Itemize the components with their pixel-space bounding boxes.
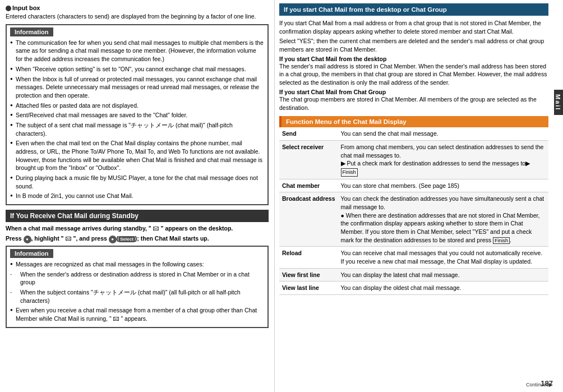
table-row: ReloadYou can receive chat mail messages… (279, 247, 548, 268)
table-row: Broadcast addressYou can check the desti… (279, 192, 548, 247)
right-para3: The sender's mail address is stored in C… (279, 62, 548, 87)
info-bullet-2: When the Inbox is full of unread or prot… (10, 75, 264, 100)
table-cell-label: Send (279, 127, 338, 140)
table-cell-label: View first line (279, 268, 338, 282)
right-para2: Select "YES"; then the current chat memb… (279, 37, 548, 53)
info-bullet-list-2: Messages are recognized as chat mail mes… (10, 260, 264, 323)
table-cell-label: Chat member (279, 179, 338, 192)
table-cell-content: From among chat members, you can select … (338, 140, 548, 179)
info-bullet-8: In B mode of 2in1, you cannot use Chat M… (10, 192, 264, 200)
right-bold1: If you start Chat Mail from the desktop (279, 56, 548, 62)
info-label-1: Information (10, 27, 53, 36)
circle-icon (6, 6, 11, 11)
table-cell-content: You can send the chat mail message. (338, 127, 548, 140)
table-cell-label: View last line (279, 282, 338, 295)
right-para4: The chat group members are stored in Cha… (279, 95, 548, 112)
right-para1: If you start Chat Mail from a mail addre… (279, 19, 548, 35)
table-cell-label: Reload (279, 247, 338, 268)
table-row: SendYou can send the chat mail message. (279, 127, 548, 140)
info-bullet-3: Attached files or pasted data are not di… (10, 102, 264, 110)
table-row: Chat memberYou can store chat members. (… (279, 179, 548, 192)
table-row: Select receiverFrom among chat members, … (279, 140, 548, 179)
table-cell-content: You can check the destination addresses … (338, 192, 548, 247)
continued-label: Continued▶ (526, 382, 553, 388)
intro-text: Entered characters (characters to send) … (6, 12, 269, 21)
table-cell-content: You can display the latest chat mail mes… (338, 268, 548, 282)
info-bullet-1: When "Receive option setting" is set to … (10, 65, 264, 73)
left-column: Input box Entered characters (characters… (0, 0, 275, 392)
info-section-2: Information Messages are recognized as c… (6, 246, 269, 328)
mail-tab: Mail (554, 90, 563, 115)
right-content: If you start Chat Mail from the desktop … (275, 0, 553, 392)
table-cell-label: Select receiver (279, 140, 338, 179)
func-table: SendYou can send the chat mail message.S… (279, 127, 548, 295)
standby-heading: If You Receive Chat Mail during Standby (6, 210, 269, 222)
info2-sub-1: When the sender's address or destination… (10, 270, 264, 287)
info2-bullet-2: Even when you receive a chat mail messag… (10, 306, 264, 322)
table-cell-content: You can display the oldest chat mail mes… (338, 282, 548, 295)
table-row: View first lineYou can display the lates… (279, 268, 548, 282)
right-bold2: If you start Chat Mail from Chat Group (279, 89, 548, 95)
info-section-1: Information The communication fee for wh… (6, 24, 269, 205)
info-bullet-0: The communication fee for when you send … (10, 39, 264, 63)
standby-body1: When a chat mail message arrives during … (6, 224, 269, 233)
table-cell-content: You can receive chat mail messages that … (338, 247, 548, 268)
info-bullet-6: Even when the chat mail text on the Chat… (10, 139, 264, 172)
table-cell-content: You can store chat members. (See page 18… (338, 179, 548, 192)
table-row: View last lineYou can display the oldest… (279, 282, 548, 295)
info-bullet-5: The subject of a sent chat mail message … (10, 121, 264, 137)
right-column: If you start Chat Mail from the desktop … (275, 0, 563, 392)
info-bullet-list-1: The communication fee for when you send … (10, 39, 264, 200)
info2-bullet-1: Messages are recognized as chat mail mes… (10, 260, 264, 269)
info-bullet-4: Sent/Received chat mail messages are sav… (10, 111, 264, 119)
input-box-header: Input box (6, 4, 269, 11)
info2-sub-2: When the subject contains "チャットメール (chat… (10, 288, 264, 305)
blue-header: If you start Chat Mail from the desktop … (279, 3, 548, 16)
info-bullet-7: During playing back a music file by MUSI… (10, 174, 264, 190)
input-box-label: Input box (12, 4, 40, 11)
table-cell-label: Broadcast address (279, 192, 338, 247)
func-menu-header: Function Menu of the Chat Mail Display (279, 116, 548, 127)
standby-body2: Press ●, highlight " 🖂 ", and press ●(Se… (6, 234, 269, 243)
info-label-2: Information (10, 249, 53, 258)
